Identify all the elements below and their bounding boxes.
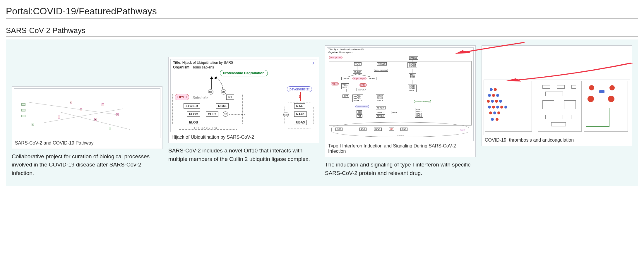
trim25-node: TRIM25: [377, 62, 387, 66]
traf3-node: TRAF3: [341, 77, 350, 80]
rig-node: RIG-I (DDX58): [374, 69, 388, 72]
pathway-diagram-4: [484, 80, 630, 135]
gallery-item: Title: Type I Interferon Induction and S…: [325, 45, 476, 177]
pathway-diagram-1: • • • • • • • •: [14, 88, 160, 138]
diagram-organism-label: Organism:: [173, 65, 191, 69]
rbx1-node: RBX1: [216, 103, 229, 109]
traf6-node: TRAF6: [368, 77, 376, 80]
pathway-thumbnail-link[interactable]: Title: Hijack of Ubiquitination by SARS …: [168, 57, 319, 143]
innate-node: Innate Immunity: [414, 100, 431, 103]
e2-node: E2: [226, 95, 234, 100]
pathway-thumbnail-link[interactable]: • • • • • • • • SARS-CoV-2 and COVID-19 …: [12, 86, 162, 149]
virus-node: virus protein: [329, 56, 342, 59]
ikbke-group: IKBKE CHUK IKBKB: [376, 95, 384, 102]
gallery-item: COVID-19, thrombosis and anticoagulation: [482, 45, 632, 150]
ifnb1-node: IFN-B1: [409, 56, 418, 60]
ub-circle: Ub: [208, 89, 213, 95]
orf10-node: Orf10: [175, 94, 189, 100]
thumbnail-caption: Hijack of Ubiquitination by SARS-CoV-2: [170, 132, 317, 141]
p65-node: P65: [357, 114, 362, 118]
complex-label: CUL2(ZYG11B): [194, 126, 217, 130]
drug-node: pevonedistat: [287, 86, 312, 92]
isre-node: ISRE: [335, 128, 342, 131]
n8-circle: N8: [283, 112, 289, 117]
page-title: Portal:COVID-19/FeaturedPathways: [6, 6, 638, 19]
ifn1-node: IFN-I: [391, 111, 398, 114]
nfkb2-node: NFKB2: [376, 114, 385, 118]
jak-group: JAK1TYK2: [409, 73, 416, 79]
thumbnail-caption: SARS-CoV-2 and COVID-19 Pathway: [14, 138, 160, 147]
d3-title-label: Title:: [328, 48, 333, 50]
d3-org-value: Homo sapiens: [339, 51, 352, 53]
map3k7-node: MAP3K7: [357, 88, 367, 91]
irf-node: IRF: [389, 128, 394, 131]
mapk-group: MAPK8 MAPK9 MAPK14: [352, 95, 363, 102]
eloc-node: ELOC: [187, 111, 200, 117]
pathway-gallery: • • • • • • • • SARS-CoV-2 and COVID-19 …: [6, 39, 638, 186]
pathway-diagram-3: Title: Type I Interferon Induction and S…: [327, 47, 474, 141]
pathway-thumbnail-link[interactable]: Title: Type I Interferon Induction and S…: [325, 45, 476, 157]
azithromycin-node: azithromycin: [355, 105, 369, 108]
isgs-node: ISGs: [460, 129, 465, 131]
d3-title-value: Type I Interferon Induction and S: [334, 48, 364, 50]
nsp13-node: nsp13: [331, 82, 339, 85]
diagram-title-label: Title:: [173, 61, 181, 65]
ikb-node: IkB: [357, 110, 362, 114]
nae-node: NAE: [294, 103, 305, 109]
plpro-node: PLpro (nsp3): [352, 77, 366, 80]
nucleus-label: Nucleus: [397, 135, 404, 137]
proteasome-node: Proteasome Degradation: [220, 70, 268, 76]
gallery-item: • • • • • • • • SARS-CoV-2 and COVID-19 …: [12, 59, 162, 178]
ub-circle: Ub: [221, 89, 226, 95]
thumbnail-description: The induction and signaling of type I in…: [325, 161, 476, 177]
section-title: SARS-CoV-2 Pathways: [6, 26, 638, 37]
nfkb1-node: NFKB1: [376, 111, 385, 114]
oas-group: PKROAS1OAS2OAS3: [415, 108, 423, 118]
n8-circle: N8: [223, 111, 228, 117]
thumbnail-description: SARS-CoV-2 includes a novel Orf10 that i…: [168, 147, 319, 163]
pathway-diagram-2: Title: Hijack of Ubiquitination by SARS …: [170, 59, 317, 132]
cul2-node: CUL2: [206, 111, 218, 117]
diagram-title-value: Hijack of Ubiquitination by SARS: [182, 61, 233, 65]
uba3-node: UBA3: [294, 120, 307, 125]
diagram-note-num: 3: [312, 61, 314, 65]
nfkb-node: NFkB: [374, 128, 382, 131]
orf6-node: ORF6: [359, 83, 367, 87]
thumbnail-caption: COVID-19, thrombosis and anticoagulation: [484, 135, 630, 144]
ifnb-node: IFNB: [400, 128, 407, 131]
tlr7-node: TLR7: [354, 62, 362, 66]
irf3-node: IRF3: [342, 95, 349, 98]
myd88-node: MYD88: [353, 71, 362, 74]
thumbnail-caption: Type I Interferon Induction and Signalin…: [327, 141, 474, 155]
zyg11b-node: ZYG11B: [184, 103, 200, 109]
diagram-organism-value: Homo sapiens: [191, 65, 214, 69]
thumbnail-description: Collaborative project for curation of bi…: [12, 152, 162, 178]
substrate-label: Substrate: [193, 96, 208, 100]
stat-group: STAT1STAT2IRF9: [408, 85, 417, 92]
ap1-node: AP-1: [359, 128, 366, 131]
tbk-ikke-group: TBK1IKKE: [341, 83, 349, 89]
elob-node: ELOB: [187, 120, 200, 125]
d3-org-label: Organism:: [328, 51, 339, 53]
ifnar-group: IFNAR1IFNAR2: [407, 62, 417, 68]
svg-marker-1: [210, 76, 213, 79]
nfkbia-node: NFKBIA: [376, 106, 386, 109]
svg-marker-2: [214, 76, 217, 79]
gallery-item: Title: Hijack of Ubiquitination by SARS …: [168, 45, 319, 163]
nae1-node: NAE1: [294, 111, 307, 117]
pathway-thumbnail-link[interactable]: COVID-19, thrombosis and anticoagulation: [482, 45, 632, 146]
